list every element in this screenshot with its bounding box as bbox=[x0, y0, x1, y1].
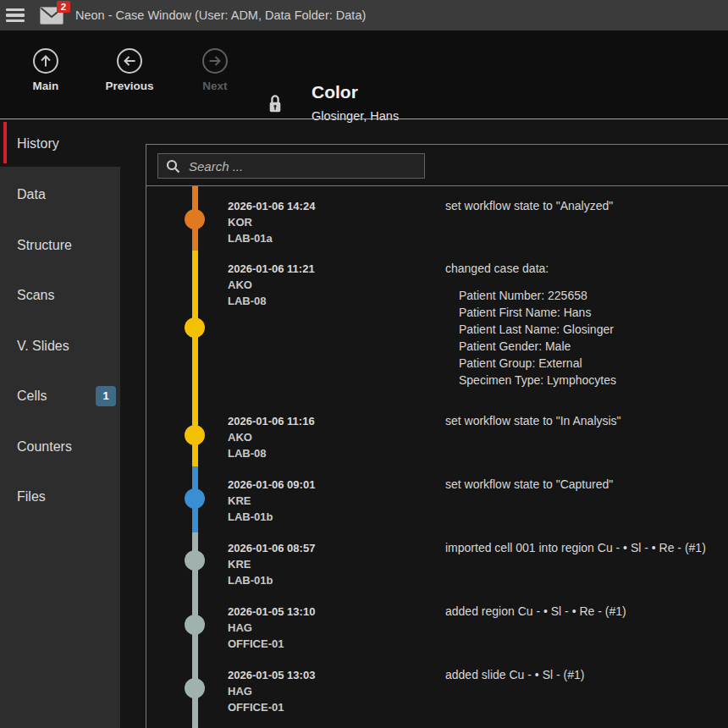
entry-detail-list: Patient Number: 225658Patient First Name… bbox=[445, 287, 728, 389]
previous-button-label: Previous bbox=[102, 80, 157, 92]
timeline-dot bbox=[185, 317, 205, 338]
timeline-dot bbox=[185, 209, 205, 229]
entry-message: added region Cu - • Sl - • Re - (#1) bbox=[445, 604, 728, 619]
up-arrow-icon bbox=[32, 47, 59, 74]
entry-user: HAG bbox=[228, 683, 405, 699]
sidebar-item-scans[interactable]: Scans bbox=[17, 288, 117, 303]
sidebar-item-cells[interactable]: Cells 1 bbox=[17, 389, 117, 404]
entry-datetime: 2026-01-05 13:10 bbox=[228, 604, 405, 620]
sidebar-item-v-slides[interactable]: V. Slides bbox=[17, 339, 117, 354]
sidebar-item-history[interactable]: History bbox=[17, 136, 117, 152]
entry-user: AKO bbox=[228, 429, 405, 445]
timeline-dot bbox=[185, 615, 205, 635]
entry-datetime: 2026-01-06 08:57 bbox=[228, 540, 405, 556]
main-button-label: Main bbox=[25, 80, 66, 92]
history-panel: 2026-01-06 14:24 KOR LAB-01a set workflo… bbox=[146, 144, 728, 728]
entry-detail-line: Specimen Type: Lymphocytes bbox=[459, 372, 728, 389]
entry-user: KOR bbox=[228, 214, 405, 230]
sidebar-item-files[interactable]: Files bbox=[17, 489, 117, 505]
mail-icon[interactable]: 2 bbox=[40, 7, 63, 25]
entry-message-text: set workflow state to "Analyzed" bbox=[445, 199, 613, 212]
entry-message-text: added slide Cu - • Sl - (#1) bbox=[445, 668, 584, 681]
entry-detail-line: Patient First Name: Hans bbox=[459, 304, 728, 321]
entry-detail-line: Patient Gender: Male bbox=[459, 338, 728, 355]
entry-datetime: 2026-01-06 11:16 bbox=[228, 413, 405, 429]
entry-message: changed case data:Patient Number: 225658… bbox=[445, 262, 728, 389]
entry-location: LAB-08 bbox=[228, 445, 405, 461]
search-icon bbox=[166, 159, 180, 174]
entry-location: OFFICE-01 bbox=[228, 636, 405, 652]
entry-location: LAB-08 bbox=[228, 293, 405, 309]
search-input[interactable] bbox=[187, 158, 424, 174]
previous-button[interactable]: Previous bbox=[102, 47, 157, 92]
menu-icon[interactable] bbox=[6, 8, 26, 23]
left-arrow-icon bbox=[116, 47, 143, 74]
next-button-label: Next bbox=[193, 80, 237, 92]
entry-message: set workflow state to "Captured" bbox=[445, 477, 728, 492]
sidebar-item-structure[interactable]: Structure bbox=[17, 238, 117, 253]
entry-user: KRE bbox=[228, 493, 405, 509]
entry-location: LAB-01b bbox=[228, 572, 405, 588]
sidebar-item-badge: 1 bbox=[96, 386, 116, 406]
history-timeline: 2026-01-06 14:24 KOR LAB-01a set workflo… bbox=[146, 186, 728, 728]
right-arrow-icon bbox=[201, 47, 229, 74]
entry-detail-line: Patient Last Name: Glosinger bbox=[459, 321, 728, 338]
entry-detail-line: Patient Group: External bbox=[459, 355, 728, 372]
entry-detail-line: Patient Number: 225658 bbox=[459, 287, 728, 304]
entry-datetime: 2026-01-06 09:01 bbox=[228, 477, 405, 493]
lock-icon bbox=[267, 91, 283, 115]
case-title: Color bbox=[312, 81, 399, 103]
main-button[interactable]: Main bbox=[25, 47, 66, 92]
entry-location: LAB-01a bbox=[228, 230, 405, 246]
entry-message: set workflow state to "In Analysis" bbox=[445, 414, 728, 428]
entry-message: set workflow state to "Analyzed" bbox=[445, 199, 728, 213]
sidebar-item-data[interactable]: Data bbox=[17, 187, 117, 202]
entry-message: imported cell 001 into region Cu - • Sl … bbox=[445, 541, 728, 555]
case-header: Color Glosinger, Hans bbox=[312, 81, 399, 123]
entry-message-text: changed case data: bbox=[445, 262, 549, 275]
window-title: Neon - Case Window (User: ADM, Data Fold… bbox=[75, 8, 366, 22]
sidebar-active-indicator bbox=[3, 122, 7, 163]
entry-datetime: 2026-01-05 13:03 bbox=[228, 667, 405, 683]
entry-message: added slide Cu - • Sl - (#1) bbox=[445, 668, 728, 682]
case-patient-name: Glosinger, Hans bbox=[312, 109, 399, 123]
timeline-dot bbox=[185, 678, 205, 698]
search-row bbox=[146, 145, 728, 186]
entry-message-text: added region Cu - • Sl - • Re - (#1) bbox=[445, 604, 626, 618]
entry-message-text: set workflow state to "In Analysis" bbox=[445, 414, 621, 427]
sidebar-item-counters[interactable]: Counters bbox=[17, 439, 117, 455]
mail-unread-badge: 2 bbox=[57, 1, 70, 13]
entry-location: OFFICE-01 bbox=[228, 699, 405, 715]
entry-user: AKO bbox=[228, 277, 405, 293]
titlebar: 2 Neon - Case Window (User: ADM, Data Fo… bbox=[0, 0, 728, 30]
entry-datetime: 2026-01-06 11:21 bbox=[228, 261, 405, 277]
timeline-dot bbox=[185, 425, 205, 445]
entry-user: HAG bbox=[228, 620, 405, 636]
entry-message-text: imported cell 001 into region Cu - • Sl … bbox=[445, 541, 706, 554]
toolbar: Main Previous Next Color Glosinger, Hans bbox=[0, 30, 728, 119]
next-button[interactable]: Next bbox=[193, 47, 237, 92]
timeline-dot bbox=[185, 488, 205, 509]
search-box[interactable] bbox=[157, 153, 425, 179]
timeline-dot bbox=[185, 550, 205, 571]
entry-location: LAB-01b bbox=[228, 509, 405, 525]
entry-datetime: 2026-01-06 14:24 bbox=[228, 198, 405, 214]
entry-message-text: set workflow state to "Captured" bbox=[445, 477, 613, 491]
entry-user: KRE bbox=[228, 556, 405, 572]
